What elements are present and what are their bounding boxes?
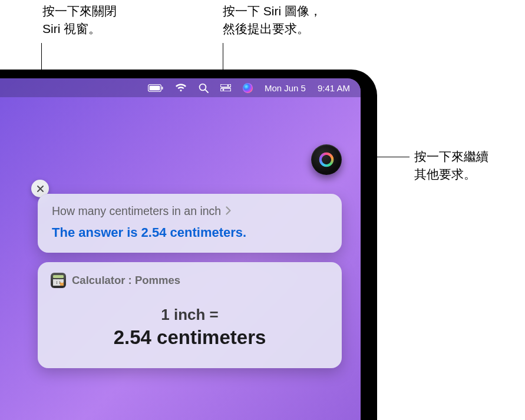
siri-orb-button[interactable] xyxy=(311,144,342,175)
svg-rect-1 xyxy=(149,85,160,90)
menubar-date[interactable]: Mon Jun 5 xyxy=(265,83,306,93)
calculator-app-icon xyxy=(51,273,66,288)
svg-rect-2 xyxy=(161,87,163,90)
callout-text-line: 按一下來關閉 xyxy=(42,2,117,20)
callout-click-siri-icon: 按一下 Siri 圖像， 然後提出要求。 xyxy=(223,2,322,38)
menu-bar: Mon Jun 5 9:41 AM xyxy=(0,78,361,97)
calculator-card-title: Calculator : Pommes xyxy=(72,274,180,287)
calculator-card-header: Calculator : Pommes xyxy=(51,273,329,288)
siri-query-row[interactable]: How many centimeters in an inch xyxy=(52,204,328,218)
close-icon xyxy=(37,185,44,193)
siri-query-text: How many centimeters in an inch xyxy=(52,204,221,218)
control-center-icon[interactable] xyxy=(220,84,231,91)
mac-device-corner: Mon Jun 5 9:41 AM How many centimeters i… xyxy=(0,70,377,420)
calculator-card-body: 1 inch = 2.54 centimeters xyxy=(51,306,329,349)
siri-response-card: How many centimeters in an inch The answ… xyxy=(38,194,342,253)
siri-answer-text: The answer is 2.54 centimeters. xyxy=(52,225,328,240)
calculator-result-line: 2.54 centimeters xyxy=(51,326,329,349)
callout-text-line: 按一下來繼續 xyxy=(414,148,488,166)
svg-point-6 xyxy=(227,85,229,87)
callout-continue-request: 按一下來繼續 其他要求。 xyxy=(414,148,488,184)
menubar-time[interactable]: 9:41 AM xyxy=(318,83,350,93)
svg-rect-5 xyxy=(220,84,231,87)
siri-menu-icon[interactable] xyxy=(243,83,253,93)
svg-point-8 xyxy=(223,89,224,91)
callout-text-line: 其他要求。 xyxy=(414,166,488,183)
callout-close-siri-window: 按一下來關閉 Siri 視窗。 xyxy=(42,2,117,38)
chevron-right-icon xyxy=(226,204,231,218)
calculator-result-card: Calculator : Pommes 1 inch = 2.54 centim… xyxy=(38,262,342,368)
callout-text-line: 按一下 Siri 圖像， xyxy=(223,2,322,20)
battery-icon[interactable] xyxy=(148,84,163,92)
callout-text-line: Siri 視窗。 xyxy=(42,20,117,38)
svg-rect-7 xyxy=(220,88,231,91)
callout-text-line: 然後提出要求。 xyxy=(223,20,322,38)
svg-line-4 xyxy=(205,90,208,92)
wifi-icon[interactable] xyxy=(175,84,187,92)
desktop-screen: Mon Jun 5 9:41 AM How many centimeters i… xyxy=(0,78,361,420)
calculator-input-line: 1 inch = xyxy=(51,306,329,324)
spotlight-search-icon[interactable] xyxy=(199,83,209,93)
